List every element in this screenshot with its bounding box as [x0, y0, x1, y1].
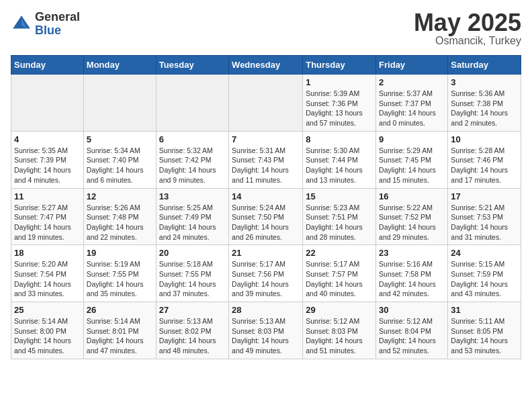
- calendar-body: 1Sunrise: 5:39 AM Sunset: 7:36 PM Daylig…: [11, 75, 521, 359]
- calendar-week-1: 1Sunrise: 5:39 AM Sunset: 7:36 PM Daylig…: [11, 75, 521, 132]
- day-info: Sunrise: 5:23 AM Sunset: 7:51 PM Dayligh…: [306, 203, 373, 242]
- day-info: Sunrise: 5:13 AM Sunset: 8:02 PM Dayligh…: [159, 316, 226, 356]
- day-number: 24: [451, 248, 518, 258]
- calendar-cell: 5Sunrise: 5:34 AM Sunset: 7:40 PM Daylig…: [83, 131, 156, 188]
- calendar-cell: 13Sunrise: 5:25 AM Sunset: 7:49 PM Dayli…: [156, 188, 228, 245]
- calendar-cell: 6Sunrise: 5:32 AM Sunset: 7:42 PM Daylig…: [156, 131, 228, 188]
- day-number: 8: [306, 134, 373, 144]
- day-number: 18: [14, 248, 81, 258]
- calendar-cell: 8Sunrise: 5:30 AM Sunset: 7:44 PM Daylig…: [303, 131, 376, 188]
- day-number: 10: [451, 134, 518, 144]
- weekday-header-monday: Monday: [83, 56, 156, 75]
- day-number: 23: [379, 248, 445, 258]
- calendar-week-3: 11Sunrise: 5:27 AM Sunset: 7:47 PM Dayli…: [11, 188, 521, 245]
- day-info: Sunrise: 5:36 AM Sunset: 7:38 PM Dayligh…: [451, 89, 518, 128]
- day-info: Sunrise: 5:20 AM Sunset: 7:54 PM Dayligh…: [14, 259, 81, 299]
- day-number: 31: [451, 305, 518, 315]
- calendar-cell: 31Sunrise: 5:11 AM Sunset: 8:05 PM Dayli…: [448, 302, 521, 359]
- day-info: Sunrise: 5:14 AM Sunset: 8:00 PM Dayligh…: [14, 316, 81, 356]
- day-info: Sunrise: 5:21 AM Sunset: 7:53 PM Dayligh…: [451, 203, 518, 242]
- day-number: 22: [306, 248, 373, 258]
- calendar-cell: 10Sunrise: 5:28 AM Sunset: 7:46 PM Dayli…: [448, 131, 521, 188]
- title-block: May 2025 Osmancik, Turkey: [414, 11, 521, 47]
- day-number: 3: [451, 77, 518, 87]
- day-info: Sunrise: 5:35 AM Sunset: 7:39 PM Dayligh…: [14, 146, 81, 185]
- day-number: 15: [306, 191, 373, 201]
- day-info: Sunrise: 5:31 AM Sunset: 7:43 PM Dayligh…: [232, 146, 300, 185]
- calendar-cell: 30Sunrise: 5:12 AM Sunset: 8:04 PM Dayli…: [376, 302, 448, 359]
- calendar-header: SundayMondayTuesdayWednesdayThursdayFrid…: [11, 56, 521, 75]
- day-info: Sunrise: 5:26 AM Sunset: 7:48 PM Dayligh…: [87, 203, 153, 242]
- calendar-cell: 29Sunrise: 5:12 AM Sunset: 8:03 PM Dayli…: [303, 302, 376, 359]
- logo: General Blue: [11, 11, 80, 38]
- calendar-cell: 24Sunrise: 5:15 AM Sunset: 7:59 PM Dayli…: [448, 245, 521, 302]
- day-info: Sunrise: 5:17 AM Sunset: 7:56 PM Dayligh…: [232, 259, 300, 299]
- day-info: Sunrise: 5:12 AM Sunset: 8:04 PM Dayligh…: [379, 316, 445, 356]
- calendar-cell: 19Sunrise: 5:19 AM Sunset: 7:55 PM Dayli…: [83, 245, 156, 302]
- day-info: Sunrise: 5:34 AM Sunset: 7:40 PM Dayligh…: [87, 146, 153, 185]
- day-number: 14: [232, 191, 300, 201]
- weekday-header-tuesday: Tuesday: [156, 56, 228, 75]
- calendar-cell: 23Sunrise: 5:16 AM Sunset: 7:58 PM Dayli…: [376, 245, 448, 302]
- calendar-cell: 26Sunrise: 5:14 AM Sunset: 8:01 PM Dayli…: [83, 302, 156, 359]
- day-info: Sunrise: 5:25 AM Sunset: 7:49 PM Dayligh…: [159, 203, 226, 242]
- weekday-header-saturday: Saturday: [448, 56, 521, 75]
- logo-blue: Blue: [35, 24, 80, 38]
- day-info: Sunrise: 5:15 AM Sunset: 7:59 PM Dayligh…: [451, 259, 518, 299]
- logo-text: General Blue: [35, 11, 80, 38]
- day-number: 11: [14, 191, 81, 201]
- calendar-cell: 14Sunrise: 5:24 AM Sunset: 7:50 PM Dayli…: [229, 188, 303, 245]
- day-number: 19: [87, 248, 153, 258]
- calendar-cell: 7Sunrise: 5:31 AM Sunset: 7:43 PM Daylig…: [229, 131, 303, 188]
- day-info: Sunrise: 5:16 AM Sunset: 7:58 PM Dayligh…: [379, 259, 445, 299]
- day-number: 29: [306, 305, 373, 315]
- day-number: 28: [232, 305, 300, 315]
- logo-icon: [11, 13, 32, 35]
- calendar-cell: 25Sunrise: 5:14 AM Sunset: 8:00 PM Dayli…: [11, 302, 84, 359]
- calendar-cell: 9Sunrise: 5:29 AM Sunset: 7:45 PM Daylig…: [376, 131, 448, 188]
- day-number: 6: [159, 134, 226, 144]
- day-number: 21: [232, 248, 300, 258]
- calendar-cell: 15Sunrise: 5:23 AM Sunset: 7:51 PM Dayli…: [303, 188, 376, 245]
- calendar-week-4: 18Sunrise: 5:20 AM Sunset: 7:54 PM Dayli…: [11, 245, 521, 302]
- day-number: 17: [451, 191, 518, 201]
- day-info: Sunrise: 5:18 AM Sunset: 7:55 PM Dayligh…: [159, 259, 226, 299]
- calendar-cell: [229, 75, 303, 132]
- day-number: 9: [379, 134, 445, 144]
- calendar-cell: [156, 75, 228, 132]
- calendar-cell: 4Sunrise: 5:35 AM Sunset: 7:39 PM Daylig…: [11, 131, 84, 188]
- calendar-table: SundayMondayTuesdayWednesdayThursdayFrid…: [11, 55, 521, 359]
- day-number: 26: [87, 305, 153, 315]
- day-number: 2: [379, 77, 445, 87]
- calendar-cell: [11, 75, 84, 132]
- day-info: Sunrise: 5:28 AM Sunset: 7:46 PM Dayligh…: [451, 146, 518, 185]
- calendar-cell: 16Sunrise: 5:22 AM Sunset: 7:52 PM Dayli…: [376, 188, 448, 245]
- day-info: Sunrise: 5:19 AM Sunset: 7:55 PM Dayligh…: [87, 259, 153, 299]
- day-number: 16: [379, 191, 445, 201]
- location-subtitle: Osmancik, Turkey: [414, 35, 521, 47]
- day-number: 5: [87, 134, 153, 144]
- weekday-header-sunday: Sunday: [11, 56, 84, 75]
- day-info: Sunrise: 5:29 AM Sunset: 7:45 PM Dayligh…: [379, 146, 445, 185]
- calendar-cell: 12Sunrise: 5:26 AM Sunset: 7:48 PM Dayli…: [83, 188, 156, 245]
- day-info: Sunrise: 5:24 AM Sunset: 7:50 PM Dayligh…: [232, 203, 300, 242]
- day-number: 20: [159, 248, 226, 258]
- day-info: Sunrise: 5:32 AM Sunset: 7:42 PM Dayligh…: [159, 146, 226, 185]
- day-info: Sunrise: 5:27 AM Sunset: 7:47 PM Dayligh…: [14, 203, 81, 242]
- calendar-cell: 3Sunrise: 5:36 AM Sunset: 7:38 PM Daylig…: [448, 75, 521, 132]
- calendar-cell: 2Sunrise: 5:37 AM Sunset: 7:37 PM Daylig…: [376, 75, 448, 132]
- day-info: Sunrise: 5:14 AM Sunset: 8:01 PM Dayligh…: [87, 316, 153, 356]
- calendar-cell: [83, 75, 156, 132]
- weekday-header-friday: Friday: [376, 56, 448, 75]
- calendar-cell: 17Sunrise: 5:21 AM Sunset: 7:53 PM Dayli…: [448, 188, 521, 245]
- calendar-cell: 20Sunrise: 5:18 AM Sunset: 7:55 PM Dayli…: [156, 245, 228, 302]
- calendar-cell: 27Sunrise: 5:13 AM Sunset: 8:02 PM Dayli…: [156, 302, 228, 359]
- day-number: 1: [306, 77, 373, 87]
- day-info: Sunrise: 5:30 AM Sunset: 7:44 PM Dayligh…: [306, 146, 373, 185]
- calendar-cell: 11Sunrise: 5:27 AM Sunset: 7:47 PM Dayli…: [11, 188, 84, 245]
- calendar-cell: 28Sunrise: 5:13 AM Sunset: 8:03 PM Dayli…: [229, 302, 303, 359]
- logo-general: General: [35, 11, 80, 24]
- day-number: 4: [14, 134, 81, 144]
- calendar-week-2: 4Sunrise: 5:35 AM Sunset: 7:39 PM Daylig…: [11, 131, 521, 188]
- day-number: 30: [379, 305, 445, 315]
